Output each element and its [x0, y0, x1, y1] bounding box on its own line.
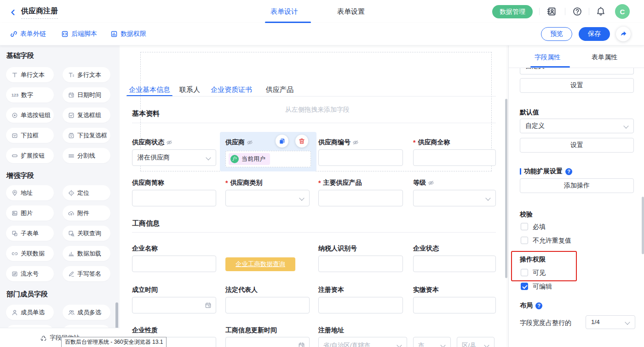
editable-checkbox[interactable] — [521, 283, 528, 290]
city-placeholder: 市 — [418, 341, 425, 347]
set-button-top[interactable]: 设置 — [520, 78, 634, 93]
sidebar-item-member-single[interactable]: 成员单选 — [6, 305, 54, 320]
delete-field-button[interactable] — [295, 135, 308, 148]
eye-off-icon — [166, 139, 172, 146]
serial-number-icon — [12, 271, 18, 277]
multi-text-icon — [68, 72, 75, 78]
registered-capital-input[interactable] — [318, 297, 403, 313]
required-checkbox[interactable] — [521, 223, 528, 230]
sidebar-item-relation-query[interactable]: 关联查询 — [63, 226, 110, 241]
sidebar-item-address[interactable]: 地址 — [6, 185, 54, 200]
legal-rep-input[interactable] — [225, 297, 310, 313]
no-duplicate-checkbox-label: 不允许重复值 — [533, 237, 571, 245]
address-province-select[interactable]: 省/自治区/直辖市 — [318, 337, 407, 347]
main-products-input[interactable] — [318, 190, 403, 206]
sidebar-item-datetime[interactable]: 日期时间 — [63, 87, 110, 102]
field-width-select[interactable]: 1/4 — [586, 315, 635, 329]
tab-form-properties[interactable]: 表单属性 — [592, 53, 617, 62]
back-button[interactable] — [9, 8, 17, 16]
sidebar-item-multi-text[interactable]: 多行文本 — [63, 67, 110, 82]
taxpayer-id-input[interactable] — [318, 256, 403, 272]
sidebar-item-relation-data[interactable]: 关联数据 — [6, 246, 54, 261]
contact-book-icon[interactable] — [546, 6, 557, 17]
bell-icon[interactable] — [596, 6, 606, 17]
chevron-down-icon — [623, 123, 628, 128]
sidebar-item-dropdown-multi[interactable]: 下拉复选框 — [63, 128, 110, 143]
business-update-time-input[interactable] — [225, 337, 310, 347]
default-value-set-button[interactable]: 设置 — [520, 138, 634, 153]
grade-select[interactable] — [413, 190, 496, 206]
canvas-scrollbar-thumb[interactable] — [505, 99, 507, 278]
sidebar-item-extend-button[interactable]: 扩展按钮 — [6, 148, 54, 163]
share-button[interactable] — [616, 27, 631, 41]
sidebar-item-number[interactable]: 123数字 — [6, 87, 54, 102]
address-district-select[interactable]: 区/县 — [457, 337, 494, 347]
sidebar-scrollbar-thumb[interactable] — [115, 302, 118, 329]
add-operation-button[interactable]: 添加操作 — [520, 178, 634, 193]
form-external-link-label: 表单外链 — [20, 30, 46, 38]
divider — [589, 8, 589, 15]
tab-form-settings[interactable]: 表单设置 — [337, 7, 365, 16]
sidebar-item-locate[interactable]: 定位 — [63, 185, 110, 200]
backend-script-link[interactable]: 后端脚本 — [61, 30, 97, 38]
no-duplicate-checkbox[interactable] — [521, 237, 528, 244]
extension-settings-title: 功能扩展设置 — [520, 167, 572, 176]
form-tab-supply-products[interactable]: 供应产品 — [266, 85, 293, 94]
supplier-input[interactable]: 户 当前用户 — [225, 151, 311, 167]
current-user-tag[interactable]: 户 当前用户 — [229, 153, 270, 165]
sidebar-item-divider-field[interactable]: 分割线 — [63, 148, 110, 163]
sidebar-item-signature[interactable]: 手写签名 — [63, 266, 110, 281]
supplier-category-select[interactable] — [225, 190, 310, 206]
number-icon: 123 — [12, 93, 18, 97]
supplier-full-name-input[interactable] — [413, 149, 496, 166]
company-name-input[interactable] — [132, 256, 216, 272]
sidebar-item-dropdown[interactable]: 下拉框 — [6, 128, 54, 143]
preview-button[interactable]: 预览 — [541, 27, 572, 41]
form-tab-company-info[interactable]: 企业基本信息 — [129, 85, 170, 94]
field-label-supplier-short-name: 供应商简称 — [132, 179, 164, 187]
default-value-select[interactable]: 自定义 — [520, 119, 634, 133]
sidebar-item-member-multi[interactable]: 成员多选 — [63, 305, 110, 320]
radio-group-icon — [12, 112, 18, 119]
field-label-supplier-full-name: * 供应商全称 — [413, 138, 450, 147]
data-manage-button[interactable]: 数据管理 — [492, 5, 533, 18]
sidebar-item-image[interactable]: 图片 — [6, 205, 54, 221]
dropdown-icon — [12, 132, 18, 139]
tab-field-properties[interactable]: 字段属性 — [535, 53, 560, 62]
help-icon[interactable] — [535, 302, 542, 309]
data-permission-link[interactable]: 数据权限 — [110, 30, 146, 38]
external-link-icon — [10, 30, 17, 38]
district-placeholder: 区/县 — [462, 341, 476, 347]
supplier-no-input[interactable] — [318, 149, 403, 166]
establish-date-input[interactable] — [132, 297, 216, 313]
business-data-query-button[interactable]: 企业工商数据查询 — [225, 257, 295, 271]
supplier-short-name-input[interactable] — [132, 190, 216, 206]
paid-capital-input[interactable] — [413, 297, 496, 313]
address-city-select[interactable]: 市 — [413, 337, 451, 347]
selected-field-supplier[interactable]: 供应商 户 当前用户 — [220, 132, 316, 171]
copy-field-button[interactable] — [276, 135, 288, 148]
help-icon[interactable] — [572, 6, 582, 17]
sidebar-item-checkbox-group[interactable]: 复选框组 — [63, 108, 110, 123]
avatar[interactable]: C — [615, 4, 630, 19]
sidebar-item-data-load[interactable]: 数据加载 — [63, 246, 110, 261]
form-tab-contacts[interactable]: 联系人 — [179, 85, 200, 94]
editable-checkbox-label: 可编辑 — [533, 283, 552, 291]
panel-scrollbar-thumb[interactable] — [642, 197, 644, 254]
tab-form-design[interactable]: 表单设计 — [270, 7, 298, 16]
company-status-input[interactable] — [413, 256, 496, 272]
sidebar-item-subform[interactable]: 子表单 — [6, 226, 54, 241]
sidebar-item-attachment[interactable]: 附件 — [63, 205, 110, 221]
sidebar-item-radio-group[interactable]: 单选按钮组 — [6, 108, 54, 123]
supplier-status-select[interactable]: 潜在供应商 — [132, 149, 216, 166]
province-placeholder: 省/自治区/直辖市 — [323, 341, 370, 347]
cutoff-select[interactable]: 自定义 — [520, 68, 634, 74]
form-external-link[interactable]: 表单外链 — [10, 30, 46, 38]
chevron-down-icon — [440, 342, 445, 347]
sidebar-item-serial-number[interactable]: 流水号 — [6, 266, 54, 281]
save-button[interactable]: 保存 — [579, 27, 610, 41]
help-icon[interactable] — [565, 168, 572, 175]
sidebar-item-single-text[interactable]: 单行文本 — [6, 67, 54, 82]
trash-icon — [298, 137, 305, 145]
form-tab-qualification[interactable]: 企业资质证书 — [211, 85, 252, 94]
